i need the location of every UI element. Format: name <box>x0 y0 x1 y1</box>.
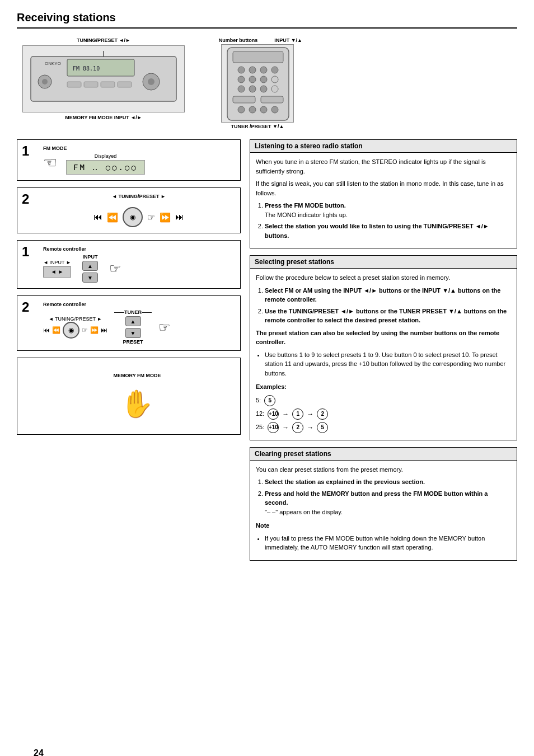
selecting-title: Selecting preset stations <box>250 256 517 269</box>
selecting-intro: Follow the procedure below to select a p… <box>256 273 511 283</box>
listening-section: Listening to a stereo radio station When… <box>250 139 517 248</box>
ex2-btn1: +10 <box>268 408 279 420</box>
step-box-2: 2 ◄ TUNING/PRESET ► ⏮ ⏪ ◉ ☞ ⏩ ⏭ <box>17 187 241 233</box>
svg-point-26 <box>271 86 278 92</box>
input-updown-label: INPUT ▼/▲ <box>274 37 302 43</box>
tuner-down-button[interactable]: ▼ <box>125 328 141 338</box>
svg-point-29 <box>238 106 245 113</box>
ex1-prefix: 5: <box>256 396 261 405</box>
skip-back-icon-2: ⏮ <box>43 326 50 334</box>
input-down-button[interactable]: ▼ <box>82 273 98 283</box>
skip-back-icon: ⏮ <box>93 212 102 222</box>
skip-fwd-icon: ⏩ <box>160 212 171 223</box>
remote-controller-label-1: Remote controller <box>43 246 86 252</box>
selecting-bullet1: Use buttons 1 to 9 to select presets 1 t… <box>265 350 511 378</box>
svg-rect-10 <box>101 82 115 87</box>
tuner-label: ——TUNER—— <box>114 309 152 315</box>
svg-point-22 <box>271 76 278 83</box>
ex1-btn: 5 <box>264 395 275 406</box>
ex2-prefix: 12: <box>256 409 264 419</box>
selecting-section: Selecting preset stations Follow the pro… <box>250 255 517 440</box>
hand-icon-3: ☞ <box>109 261 121 276</box>
svg-rect-14 <box>233 51 283 63</box>
step-number-3: 1 <box>22 244 29 260</box>
clearing-step1-bold: Select the station as explained in the p… <box>265 478 425 485</box>
svg-point-5 <box>42 79 48 84</box>
svg-rect-27 <box>233 96 255 103</box>
svg-point-20 <box>249 76 256 83</box>
svg-rect-8 <box>67 82 81 87</box>
displayed-label: Displayed <box>66 153 145 159</box>
svg-rect-11 <box>118 82 132 87</box>
tuner-up-button[interactable]: ▲ <box>125 316 141 326</box>
example-25: 25: +10 → 2 → 5 <box>256 422 511 433</box>
dial-icon-4: ◉ <box>63 322 79 339</box>
hand-icon-1: ☜ <box>43 153 57 172</box>
svg-rect-28 <box>261 96 283 103</box>
tuning-preset-step4-label: ◄ TUNING/PRESET ► <box>49 316 102 322</box>
svg-point-17 <box>260 67 267 73</box>
tuning-preset-label: TUNING/PRESET ◄/► <box>17 37 190 43</box>
fm-display: FM ‥ ○○.○○ <box>66 160 145 175</box>
ex3-prefix: 25: <box>256 422 264 432</box>
skip-fwd2-icon: ⏭ <box>175 212 184 222</box>
arrow-icon-1: → <box>282 409 289 419</box>
clearing-step2-text: "– –" appears on the display. <box>265 509 343 515</box>
selecting-extra-bold: The preset station can also be selected … <box>256 328 511 347</box>
skip-fwd-icon-3: ⏭ <box>101 326 107 334</box>
listening-body2: If the signal is weak, you can still lis… <box>256 179 511 198</box>
clearing-section: Clearing preset stations You can clear p… <box>250 447 517 561</box>
clearing-title: Clearing preset stations <box>250 448 517 461</box>
input-up-button[interactable]: ▲ <box>82 261 98 271</box>
note-bullet: If you fail to press the FM MODE button … <box>265 534 511 552</box>
input-lr-label: ◄ INPUT ► <box>43 260 71 265</box>
selecting-step2-bold: Use the TUNING/PRESET ◄/► buttons or the… <box>265 308 507 324</box>
skip-back2-icon: ⏪ <box>107 212 118 223</box>
clearing-intro: You can clear preset stations from the p… <box>256 465 511 475</box>
device-diagram-svg: ONKYO FM 88.10 <box>28 51 179 107</box>
svg-point-25 <box>260 86 267 92</box>
listening-body1: When you tune in a stereo FM station, th… <box>256 157 511 176</box>
step-number-4: 2 <box>22 299 29 315</box>
arrow-icon-3: → <box>282 422 289 433</box>
ex3-btn1: +10 <box>268 422 279 433</box>
selecting-step1-bold: Select FM or AM using the INPUT ◄/► butt… <box>265 287 500 303</box>
svg-point-15 <box>238 67 245 73</box>
hand-icon-6: ✋ <box>120 388 154 420</box>
step-number-2: 2 <box>22 191 29 207</box>
ex3-btn2: 2 <box>292 422 303 433</box>
arrow-icon-2: → <box>307 409 313 419</box>
listening-step1-text: The MONO indicator lights up. <box>265 212 348 218</box>
ex2-btn3: 2 <box>317 408 328 420</box>
svg-point-19 <box>238 76 245 83</box>
remote-controller-label-2: Remote controller <box>43 302 86 307</box>
skip-back-icon-3: ⏪ <box>52 326 60 334</box>
hand-icon-5: ☞ <box>158 320 171 335</box>
remote-diagram-svg <box>222 45 294 123</box>
example-5: 5: 5 <box>256 395 511 406</box>
svg-rect-9 <box>84 82 98 87</box>
hand-icon-4: ☞ <box>82 326 88 334</box>
input-lr-button[interactable]: ◄ ► <box>43 266 71 278</box>
svg-point-18 <box>271 67 278 73</box>
examples-label: Examples: <box>256 382 511 392</box>
svg-text:ONKYO: ONKYO <box>45 61 61 66</box>
listening-step2-bold: Select the station you would like to lis… <box>265 223 489 239</box>
example-12: 12: +10 → 1 → 2 <box>256 408 511 420</box>
page-number: 24 <box>34 748 44 756</box>
input-ud-label: INPUT <box>83 254 98 260</box>
ex2-btn2: 1 <box>292 408 303 420</box>
skip-fwd-icon-2: ⏩ <box>90 326 99 334</box>
svg-point-7 <box>148 78 154 85</box>
step-box-4: 2 Remote controller ◄ TUNING/PRESET ► ⏮ … <box>17 295 241 351</box>
step-box-3: 1 Remote controller ◄ INPUT ► ◄ ► INPUT … <box>17 240 241 289</box>
arrow-icon-4: → <box>307 422 313 433</box>
clearing-step2-bold: Press and hold the MEMORY button and pre… <box>265 490 488 506</box>
step-box-5: MEMORY FM MODE ✋ <box>17 358 241 435</box>
memory-fm-input-label: MEMORY FM MODE INPUT ◄/► <box>17 115 190 120</box>
step-number-1: 1 <box>22 143 29 159</box>
preset-label: PRESET <box>123 339 143 345</box>
svg-point-21 <box>260 76 267 83</box>
listening-step1-bold: Press the FM MODE button. <box>265 202 346 209</box>
svg-point-31 <box>260 106 267 113</box>
